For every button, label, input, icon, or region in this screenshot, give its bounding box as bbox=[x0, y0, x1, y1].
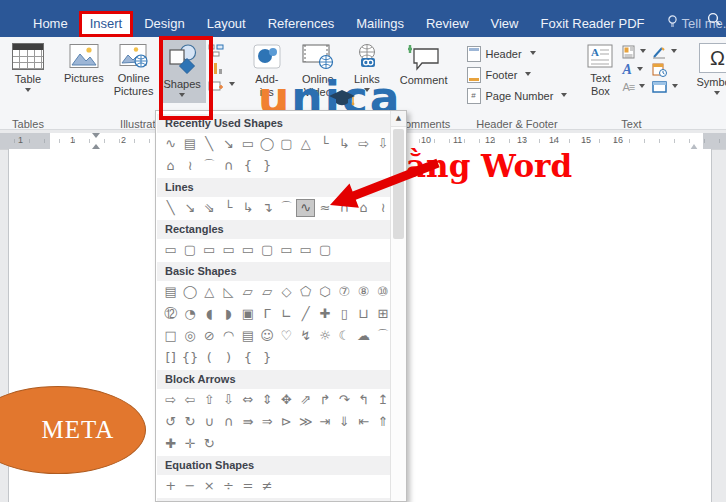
shape-item[interactable]: ⇘ bbox=[200, 199, 219, 217]
shape-item[interactable]: ✛ bbox=[180, 435, 199, 453]
shape-item[interactable]: ↻ bbox=[180, 413, 199, 431]
shape-item[interactable]: △ bbox=[200, 283, 219, 301]
shape-item[interactable]: ☺ bbox=[257, 327, 276, 345]
shape-item[interactable]: ╲ bbox=[161, 199, 180, 217]
shape-item[interactable]: ⇔ bbox=[238, 391, 257, 409]
shape-item[interactable]: ▤ bbox=[180, 135, 199, 153]
shape-item[interactable]: ( bbox=[200, 349, 219, 367]
online-video-button[interactable]: Online Video bbox=[297, 40, 339, 102]
shape-item[interactable]: − bbox=[180, 477, 199, 495]
tab-references[interactable]: References bbox=[257, 11, 345, 37]
scroll-up-arrow-icon[interactable]: ▲ bbox=[391, 111, 406, 127]
shape-item[interactable]: ↷ bbox=[335, 391, 354, 409]
footer-button[interactable]: Footer bbox=[467, 67, 568, 83]
tab-foxit-reader-pdf[interactable]: Foxit Reader PDF bbox=[529, 11, 655, 37]
shape-item[interactable]: ∩ bbox=[219, 413, 238, 431]
tab-mailings[interactable]: Mailings bbox=[345, 11, 415, 37]
shape-item[interactable]: ▯ bbox=[335, 305, 354, 323]
shape-item[interactable]: ⇗ bbox=[296, 391, 315, 409]
shape-item[interactable]: ▱ bbox=[238, 283, 257, 301]
shape-item[interactable]: ⇦ bbox=[180, 391, 199, 409]
shape-item[interactable]: ⇨ bbox=[354, 135, 373, 153]
online-pictures-button[interactable]: Online Pictures bbox=[109, 40, 159, 101]
shape-item[interactable]: ◯ bbox=[257, 135, 276, 153]
shape-item[interactable]: ↰ bbox=[354, 391, 373, 409]
signature-line-button[interactable] bbox=[652, 45, 678, 59]
shape-item[interactable]: [] bbox=[161, 349, 180, 367]
tab-layout[interactable]: Layout bbox=[196, 11, 257, 37]
tab-design[interactable]: Design bbox=[133, 11, 195, 37]
shape-item[interactable]: ↻ bbox=[200, 435, 219, 453]
shape-item[interactable]: ⊘ bbox=[200, 327, 219, 345]
shape-item[interactable]: ☾ bbox=[335, 327, 354, 345]
shape-item[interactable]: { bbox=[238, 157, 257, 175]
page-number-button[interactable]: # Page Number bbox=[467, 88, 568, 104]
shape-item[interactable]: ◔ bbox=[180, 305, 199, 323]
shape-item[interactable]: ) bbox=[219, 349, 238, 367]
hanging-indent-marker[interactable] bbox=[92, 140, 100, 149]
shape-item[interactable]: ⇓ bbox=[335, 413, 354, 431]
shape-item[interactable]: ▭ bbox=[296, 241, 315, 259]
shape-item[interactable]: ▣ bbox=[238, 305, 257, 323]
shape-item[interactable]: ⇨ bbox=[161, 391, 180, 409]
shape-item[interactable]: ☼ bbox=[315, 327, 334, 345]
shape-item[interactable]: ▢ bbox=[257, 241, 276, 259]
shape-item[interactable]: ⊔ bbox=[354, 305, 373, 323]
shape-item[interactable]: = bbox=[238, 477, 257, 495]
shape-item[interactable]: ↳ bbox=[238, 199, 257, 217]
addins-button[interactable]: Add- ins bbox=[247, 40, 287, 102]
shape-item[interactable]: ⇧ bbox=[200, 391, 219, 409]
shape-item[interactable]: └ bbox=[219, 199, 238, 217]
shape-item[interactable]: ✥ bbox=[277, 391, 296, 409]
shape-item[interactable]: } bbox=[257, 157, 276, 175]
shape-item[interactable]: ⬠ bbox=[296, 283, 315, 301]
tab-view[interactable]: View bbox=[480, 11, 530, 37]
shape-item[interactable]: ↴ bbox=[257, 199, 276, 217]
shape-item[interactable]: ▭ bbox=[161, 241, 180, 259]
shape-item[interactable]: ⊳ bbox=[277, 413, 296, 431]
shape-item[interactable]: ↘ bbox=[219, 135, 238, 153]
shape-item[interactable]: ÷ bbox=[219, 477, 238, 495]
shape-item[interactable]: } bbox=[257, 349, 276, 367]
shape-item[interactable]: ≫ bbox=[296, 413, 315, 431]
shape-item[interactable]: ▭ bbox=[277, 241, 296, 259]
shape-item[interactable]: ∪ bbox=[200, 413, 219, 431]
shape-item[interactable]: ⌒ bbox=[200, 157, 219, 175]
shape-item[interactable]: ↺ bbox=[161, 413, 180, 431]
shape-item[interactable]: ⇒ bbox=[257, 413, 276, 431]
shape-item[interactable]: ╲ bbox=[200, 135, 219, 153]
shape-item[interactable]: ◇ bbox=[277, 283, 296, 301]
shape-item[interactable]: ∩ bbox=[335, 199, 354, 217]
symbols-button[interactable]: Ω Symbols bbox=[691, 40, 726, 101]
drop-cap-button[interactable]: A≡ bbox=[622, 81, 646, 93]
shape-item[interactable]: {} bbox=[180, 349, 199, 367]
shape-item[interactable]: ⑫ bbox=[161, 305, 180, 323]
shape-item[interactable]: ▤ bbox=[238, 327, 257, 345]
shape-item[interactable]: ⇥ bbox=[315, 413, 334, 431]
shape-item[interactable]: ▢ bbox=[277, 135, 296, 153]
shape-item[interactable]: ✚ bbox=[315, 305, 334, 323]
links-button[interactable]: Links bbox=[349, 40, 385, 98]
shape-item[interactable]: ▭ bbox=[219, 241, 238, 259]
shape-item[interactable]: ≀ bbox=[180, 157, 199, 175]
shape-item[interactable]: ⇩ bbox=[219, 391, 238, 409]
shape-item[interactable]: ⇤ bbox=[354, 413, 373, 431]
shape-item[interactable]: ↳ bbox=[335, 135, 354, 153]
shape-item[interactable]: ╱ bbox=[296, 305, 315, 323]
shape-item[interactable]: □ bbox=[161, 327, 180, 345]
shape-item[interactable]: ◗ bbox=[219, 305, 238, 323]
shapes-button[interactable]: Shapes bbox=[159, 40, 206, 103]
shape-item[interactable]: Γ bbox=[257, 305, 276, 323]
shape-item[interactable]: + bbox=[161, 477, 180, 495]
shape-item[interactable]: ▱ bbox=[257, 283, 276, 301]
shape-item[interactable]: ↯ bbox=[296, 327, 315, 345]
shape-item[interactable]: ◖ bbox=[200, 305, 219, 323]
shape-item[interactable]: ♡ bbox=[277, 327, 296, 345]
shape-item[interactable]: ∿ bbox=[161, 135, 180, 153]
shape-item[interactable]: ↘ bbox=[180, 199, 199, 217]
shape-item[interactable]: ▢ bbox=[315, 241, 334, 259]
chart-button[interactable] bbox=[208, 61, 235, 75]
shape-item-selected[interactable]: ∿ bbox=[296, 199, 315, 217]
header-button[interactable]: Header bbox=[467, 46, 568, 62]
shape-item[interactable]: ≈ bbox=[315, 199, 334, 217]
